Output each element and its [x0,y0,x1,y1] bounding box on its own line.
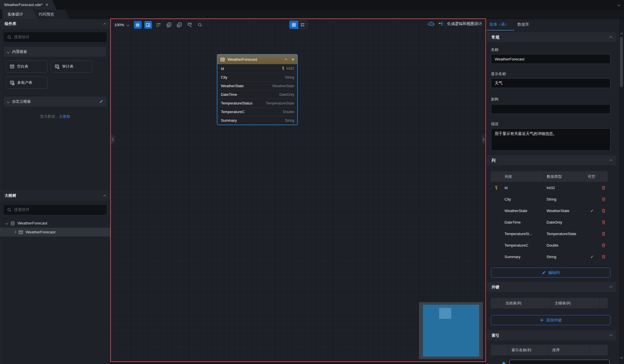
delete-column-button[interactable] [600,251,608,262]
collapse-card-chevron-icon[interactable] [284,58,287,61]
column-nullable-cell[interactable] [585,193,600,205]
column-name-cell[interactable]: TemperatureC [502,239,544,251]
zoom-chevron-icon[interactable] [126,24,129,26]
component-search-input[interactable]: 搜索组件 [4,32,107,42]
file-tab-close-icon[interactable]: × [45,3,48,7]
outline-tree-header[interactable]: 大纲树 [0,191,110,201]
index-name-field[interactable] [509,360,610,364]
custom-templates-header[interactable]: 自定义模板 [4,97,107,106]
collapse-chevron-icon[interactable] [610,36,612,39]
list-view-button[interactable] [298,21,307,29]
delete-column-button[interactable] [600,228,608,239]
tab-entity-design[interactable]: 实体设计 [2,9,37,19]
expand-all-button[interactable] [165,21,173,29]
builtin-templates-header[interactable]: 内置模板 [4,47,107,57]
column-nullable-cell[interactable] [585,239,600,251]
entity-field-row[interactable]: TemperatureStatus TemperatureState [217,99,297,107]
tab-database[interactable]: 数据库 [517,22,529,27]
minimap[interactable] [419,302,483,359]
entity-field-row[interactable]: WeatherState WeatherState [217,81,297,90]
collapse-left-panel-handle[interactable] [111,134,115,145]
expand-chevron-icon[interactable] [5,222,8,225]
entity-field-row[interactable]: TemperatureC Double [217,107,297,116]
indexes-section-header[interactable]: 索引 [487,330,616,340]
column-type-cell[interactable]: String [544,193,585,205]
column-name-cell[interactable]: Summary [502,251,544,262]
column-type-cell[interactable]: Int32 [544,182,585,193]
delete-column-button[interactable] [600,193,608,205]
scroll-up-icon[interactable] [620,33,623,36]
row-key-cell [491,239,502,251]
column-name-cell[interactable]: City [502,193,544,205]
column-name-cell[interactable]: Id [502,182,544,193]
column-type-cell[interactable]: Double [544,239,585,251]
template-audit-table[interactable]: 审计表 [51,60,92,73]
toggle-grid-button[interactable] [134,21,142,29]
column-type-cell[interactable]: DateOnly [544,216,585,228]
schema-field[interactable] [491,104,610,114]
collapse-chevron-icon[interactable] [610,286,612,289]
column-type-cell[interactable]: String [544,251,585,262]
outline-search-input[interactable]: 搜索组件 [4,205,107,215]
template-multitenant-table[interactable]: 多租户表 [6,77,48,89]
collapse-chevron-icon[interactable] [610,159,612,162]
entity-field-row[interactable]: Summary String [217,116,297,125]
collapse-chevron-icon[interactable] [103,23,106,26]
ai-robot-icon[interactable] [428,21,435,26]
delete-column-button[interactable] [600,239,608,251]
toggle-minimap-button[interactable] [144,21,152,29]
design-canvas[interactable]: 100% 生成逻辑和视图设计 WeatherForecast [110,18,486,362]
scroll-down-icon[interactable] [620,356,623,359]
expand-chevron-icon[interactable] [14,231,16,234]
snap-dots-button[interactable] [155,21,162,29]
general-section-header[interactable]: 常规 [487,32,616,42]
display-name-field[interactable] [491,78,610,88]
column-nullable-cell[interactable] [585,228,600,239]
edit-templates-pencil-icon[interactable] [99,100,103,104]
delete-column-button[interactable] [600,205,608,216]
column-nullable-cell[interactable]: ✓ [585,251,600,262]
entity-field-row[interactable]: DateTime DateOnly [217,90,297,99]
edit-columns-button[interactable]: 编辑列 [491,268,610,278]
tab-entity-table[interactable]: 实体（表） [490,22,509,27]
entity-field-row[interactable]: Id Int32 [217,64,297,73]
card-view-button[interactable] [289,21,298,29]
column-nullable-cell[interactable] [585,216,600,228]
database-export-button[interactable] [186,21,194,29]
description-field[interactable]: 用于显示有关最近天气的详细信息。 [491,128,610,151]
close-card-icon[interactable]: × [292,57,294,62]
add-foreign-key-button[interactable]: 添加外键 [491,315,610,325]
column-nullable-cell[interactable] [585,182,600,193]
delete-column-button[interactable] [600,182,608,193]
collapse-chevron-icon[interactable] [610,334,612,337]
delete-column-button[interactable] [600,216,608,228]
entity-card-header[interactable]: WeatherForecast × [217,55,297,64]
scrollbar-thumb[interactable] [620,37,623,87]
component-library-header[interactable]: 组件库 [0,19,110,29]
columns-section-header[interactable]: 列 [487,155,616,165]
entity-card[interactable]: WeatherForecast × Id Int32 City String W… [217,54,298,125]
column-type-cell[interactable]: WeatherState [544,205,585,216]
file-tab[interactable]: WeatherForecast.sde* × [0,0,56,9]
column-nullable-cell[interactable]: ✓ [585,205,600,216]
column-name-cell[interactable]: DateTime [502,216,544,228]
add-template-link[interactable]: 添加 [63,114,70,119]
tree-node-table[interactable]: WeatherForecast [0,228,110,237]
canvas-search-button[interactable] [196,21,204,29]
column-name-cell[interactable]: WeatherState [502,205,544,216]
template-blank-table[interactable]: 空白表 [6,60,48,73]
column-name-cell[interactable]: TemperatureSt... [502,228,544,239]
foreign-keys-section-header[interactable]: 外键 [487,282,616,292]
collapse-all-button[interactable] [175,21,183,29]
column-type-cell[interactable]: TemperatureState [544,228,585,239]
collapse-right-panel-handle[interactable] [481,134,485,145]
entity-field-row[interactable]: City String [217,73,297,81]
generate-logic-button[interactable]: 生成逻辑和视图设计 [447,21,482,26]
properties-scrollbar[interactable] [619,19,624,364]
tree-node-database[interactable]: WeatherForecast [0,219,110,228]
zoom-control[interactable]: 100% [114,23,129,27]
name-field[interactable] [491,54,610,64]
tab-code-preview[interactable]: 代码预览 [33,9,70,19]
collapse-chevron-icon[interactable] [103,195,106,197]
tab-list-chevron-icon[interactable] [618,3,621,6]
